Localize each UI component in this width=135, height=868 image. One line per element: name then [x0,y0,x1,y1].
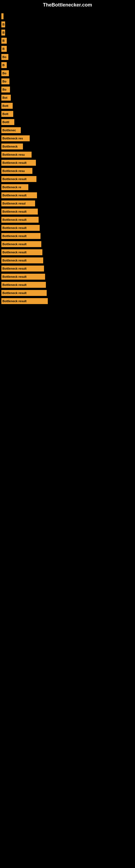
bar-row: Bo [1,70,134,77]
bar-item: Bottleneck res [1,135,30,141]
bar-item: Bo [1,87,10,93]
bar-row: Bottl [1,119,134,126]
bar-item: Bottleneck result [1,274,45,280]
bar-row: Bottleneck result [1,208,134,215]
bar-item [1,13,3,19]
bar-row: Bottleneck re [1,184,134,191]
bar-item: Bottleneck result [1,298,48,304]
bar-item: Bottleneck resu [1,152,32,158]
bar-item: Bottleneck result [1,217,39,223]
bar-item: Bottleneck resu [1,168,32,174]
bar-item: B [1,62,7,68]
bar-row: Bottleneck result [1,249,134,256]
bar-row: Bottleneck resu [1,151,134,158]
bar-item: Bott [1,111,13,117]
bar-row: B [1,45,134,52]
bar-item: Bo [1,70,9,76]
bar-item: Bottleneck result [1,249,42,255]
bar-row: Bo [1,54,134,61]
bar-item: Bottl [1,119,14,125]
bar-row: B [1,62,134,69]
bar-item: Bottleneck result [1,282,46,288]
bar-item: B [1,30,5,35]
bar-row: Bottleneck [1,143,134,150]
bar-row: Bott [1,102,134,109]
bar-row: Bottleneck result [1,216,134,223]
bar-item: Bottleneck result [1,290,47,296]
bar-row: Bottleneck result [1,159,134,166]
bar-item: B [1,22,5,27]
bar-item: Bottleneck re [1,184,28,190]
bar-item: Bottleneck result [1,266,44,272]
bar-item: Bottleneck result [1,225,40,231]
bar-row: B [1,37,134,44]
site-title: TheBottlenecker.com [0,0,135,10]
bar-item: Bo [1,79,9,84]
bar-row: Bottleneck result [1,298,134,305]
bar-item: Bottleneck [1,144,23,150]
bar-row: Bottleneck result [1,176,134,183]
bar-item: Bottleneck result [1,233,41,239]
bar-row: Bottleneck resul [1,200,134,207]
bar-item: Bottleneck result [1,160,36,166]
bar-row: Bottleneck result [1,192,134,199]
bar-item: Bot [1,95,11,101]
bar-item: Bottlenec [1,127,21,133]
bar-row [1,13,134,20]
bar-item: Bottleneck result [1,257,43,264]
bar-row: Bottleneck result [1,265,134,272]
bar-row: Bo [1,78,134,85]
bar-row: Bottleneck result [1,289,134,297]
bar-row: Bottleneck result [1,257,134,264]
bar-row: Bottleneck result [1,273,134,280]
bar-row: Bottleneck result [1,281,134,288]
bar-row: Bottleneck result [1,232,134,240]
bar-row: B [1,29,134,36]
bar-row: Bottleneck resu [1,167,134,175]
bar-item: B [1,46,7,52]
bar-item: Bottleneck result [1,209,38,215]
bar-item: Bottleneck result [1,241,41,247]
bar-item: Bo [1,54,8,60]
bar-row: Bottleneck result [1,224,134,231]
bar-row: Bottleneck res [1,135,134,142]
bar-row: Bottlenec [1,127,134,134]
bar-item: Bottleneck result [1,176,37,182]
bar-item: B [1,38,7,44]
bar-row: Bott [1,111,134,118]
bar-row: Bo [1,86,134,93]
bar-item: Bott [1,103,13,109]
bar-row: Bot [1,94,134,101]
bar-row: Bottleneck result [1,241,134,248]
bar-item: Bottleneck result [1,192,37,198]
bars-container: BBBBBoBBoBoBoBotBottBottBottlBottlenecBo… [0,10,135,308]
bar-item: Bottleneck resul [1,200,35,207]
bar-row: B [1,21,134,28]
